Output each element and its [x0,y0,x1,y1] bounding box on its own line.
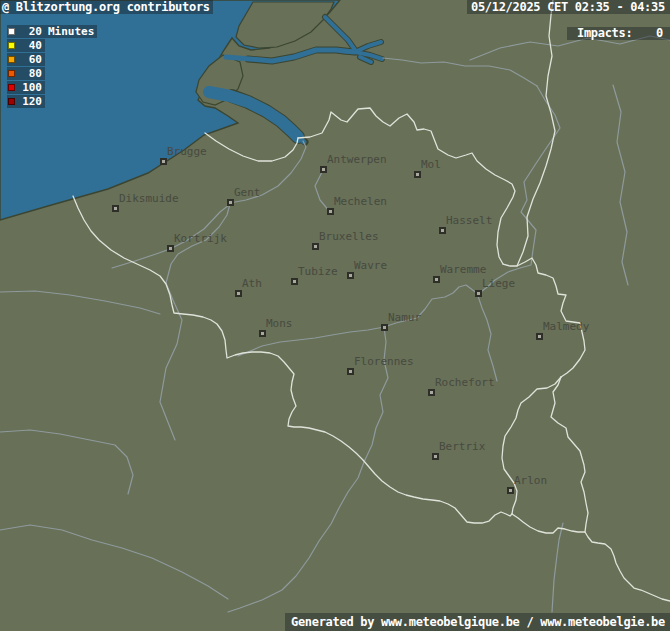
city-marker-icon [475,290,482,297]
city-label: Ath [242,278,262,289]
city-label: Namur [388,312,421,323]
legend-minutes: 120 [15,95,42,108]
city-label: Waremme [440,264,486,275]
city-marker-icon [536,333,543,340]
impacts-label: Impacts: [577,27,632,40]
city-label: Mons [266,318,293,329]
city-marker-icon [439,227,446,234]
city-label: Arlon [514,475,547,486]
city-label: Hasselt [446,215,492,226]
city-label: Rochefort [435,377,495,388]
legend-row-80: 80 [7,67,45,80]
legend-swatch-icon [8,28,15,35]
datetime-bar: 05/12/2025 CET 02:35 - 04:35 [467,0,670,14]
legend-row-20: 20Minutes [7,25,97,38]
legend-swatch-icon [8,98,15,105]
city-marker-icon [259,330,266,337]
legend-minutes: 20 [15,25,42,38]
attribution-bar: @ Blitzortung.org contributors [0,0,213,14]
legend-swatch-icon [8,56,15,63]
city-marker-icon [291,278,298,285]
city-label: Bertrix [439,441,485,452]
city-label: Malmedy [543,321,589,332]
city-label: Kortrijk [174,233,227,244]
legend-swatch-icon [8,42,15,49]
city-label: Mechelen [334,196,387,207]
belgium-map [0,0,670,631]
city-label: Gent [234,187,261,198]
legend-minutes: 60 [15,53,42,66]
city-label: Brugge [167,146,207,157]
legend-row-120: 120 [7,95,45,108]
city-marker-icon [433,276,440,283]
city-marker-icon [381,324,388,331]
credit-bar: Generated by www.meteobelgique.be / www.… [285,613,670,631]
city-marker-icon [227,199,234,206]
lightning-map-screenshot: BruggeDiksmuideGentKortrijkAntwerpenMolM… [0,0,670,631]
city-label: Antwerpen [327,154,387,165]
legend-row-100: 100 [7,81,45,94]
legend-unit: Minutes [48,25,94,38]
city-marker-icon [112,205,119,212]
city-marker-icon [160,158,167,165]
city-label: Wavre [354,260,387,271]
legend-swatch-icon [8,84,15,91]
legend-minutes: 40 [15,39,42,52]
age-legend: 20Minutes406080100120 [7,25,97,109]
city-label: Liege [482,278,515,289]
city-marker-icon [320,166,327,173]
city-label: Bruxelles [319,231,379,242]
impacts-value: 0 [656,27,663,40]
city-label: Diksmuide [119,193,179,204]
city-marker-icon [167,245,174,252]
impacts-counter: Impacts: 0 [567,27,670,40]
city-marker-icon [347,368,354,375]
legend-minutes: 100 [15,81,42,94]
city-label: Tubize [298,266,338,277]
city-marker-icon [235,290,242,297]
island-schouwen [236,2,334,48]
city-marker-icon [327,208,334,215]
city-marker-icon [507,487,514,494]
legend-swatch-icon [8,70,15,77]
legend-row-60: 60 [7,53,45,66]
city-marker-icon [312,243,319,250]
legend-minutes: 80 [15,67,42,80]
city-marker-icon [428,389,435,396]
city-label: Mol [421,159,441,170]
city-marker-icon [432,453,439,460]
city-marker-icon [347,272,354,279]
city-label: Florennes [354,356,414,367]
legend-row-40: 40 [7,39,45,52]
city-marker-icon [414,171,421,178]
